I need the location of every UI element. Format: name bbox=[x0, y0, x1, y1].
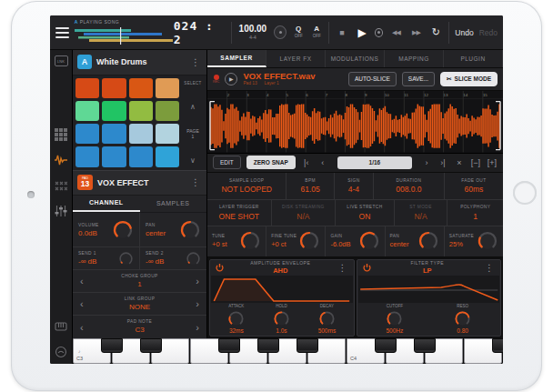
zoom-in-icon[interactable]: [+] bbox=[487, 158, 498, 167]
faders-view-icon[interactable] bbox=[55, 205, 67, 217]
delete-slice-icon[interactable]: × bbox=[454, 158, 465, 167]
pad-15[interactable] bbox=[129, 146, 153, 166]
knob-dial-icon[interactable] bbox=[454, 310, 471, 327]
sample-file-info[interactable]: VOX EFFECT.wav Pad 13Layer 1 bbox=[243, 72, 343, 86]
knob-dial-icon[interactable] bbox=[298, 230, 320, 252]
record-icon[interactable] bbox=[375, 28, 383, 37]
pad-1[interactable] bbox=[75, 78, 99, 98]
choke-next-icon[interactable]: › bbox=[196, 276, 199, 286]
song-overview[interactable]: A PLAYING SONG bbox=[75, 19, 168, 46]
pad-12[interactable] bbox=[156, 124, 179, 144]
info-layer-trigger[interactable]: LAYER TRIGGERONE SHOT bbox=[207, 200, 271, 225]
pad-16[interactable] bbox=[156, 146, 179, 166]
info-duration[interactable]: DURATION008.0.0 bbox=[373, 173, 444, 199]
link-mode-icon[interactable]: LNK bbox=[55, 55, 68, 66]
knob-hold[interactable]: HOLD 1.0s bbox=[273, 305, 290, 334]
quantize-toggle[interactable]: QOFF bbox=[292, 25, 305, 39]
pad-2[interactable] bbox=[102, 78, 126, 98]
knob-attack[interactable]: ATTACK 32ms bbox=[227, 305, 245, 334]
loop-icon[interactable]: ↻ bbox=[428, 26, 443, 38]
knob-dial-icon[interactable] bbox=[112, 219, 134, 241]
pad-3[interactable] bbox=[129, 78, 153, 98]
knob-dial-icon[interactable] bbox=[186, 251, 201, 266]
knob-dial-icon[interactable] bbox=[179, 219, 201, 241]
info-st-mode[interactable]: ST MODEN/A bbox=[394, 200, 447, 225]
knob-dial-icon[interactable] bbox=[417, 230, 439, 252]
sampler-view-icon[interactable] bbox=[55, 154, 67, 166]
select-label[interactable]: SELECT bbox=[184, 81, 201, 85]
envelope-menu-icon[interactable]: ⋮ bbox=[337, 263, 349, 273]
black-key-after-0[interactable] bbox=[101, 338, 124, 353]
envelope-graph[interactable] bbox=[211, 276, 353, 303]
tab-mapping[interactable]: MAPPING bbox=[385, 50, 444, 67]
automation-toggle[interactable]: AOFF bbox=[310, 25, 323, 39]
pad-note-selector[interactable]: ‹ PAD NOTEC3 › bbox=[73, 316, 206, 338]
knob-pan[interactable]: PANcenter bbox=[385, 226, 444, 256]
knob-tune[interactable]: TUNE+0 st bbox=[207, 226, 266, 256]
zoom-out-icon[interactable]: [−] bbox=[470, 158, 481, 167]
pads-view-icon[interactable] bbox=[55, 128, 67, 141]
mixer-view-icon[interactable] bbox=[55, 179, 67, 192]
black-key-after-1[interactable] bbox=[140, 338, 163, 353]
info-bpm[interactable]: BPM61.05 bbox=[286, 173, 334, 199]
position-display[interactable]: 024 : 2 bbox=[174, 19, 226, 46]
knob-fine-tune[interactable]: FINE TUNE+0 ct bbox=[266, 226, 325, 256]
knob-dial-icon[interactable] bbox=[118, 251, 134, 266]
next-slice-icon[interactable]: › bbox=[421, 158, 432, 167]
stop-icon[interactable]: ■ bbox=[335, 28, 349, 37]
panel-title[interactable]: AMPLITUDE ENVELOPE AHD bbox=[225, 261, 337, 275]
filter-menu-icon[interactable]: ⋮ bbox=[483, 263, 496, 273]
zero-snap-button[interactable]: ZERO SNAP bbox=[246, 156, 296, 169]
black-key-after-3[interactable] bbox=[218, 338, 241, 353]
panel-title[interactable]: FILTER TYPE LP bbox=[372, 261, 484, 275]
save-button[interactable]: SAVE... bbox=[402, 72, 435, 86]
black-key-after-4[interactable] bbox=[257, 338, 280, 353]
home-button[interactable] bbox=[513, 181, 537, 205]
black-key-after-10[interactable] bbox=[492, 338, 504, 353]
fast-forward-icon[interactable]: ▶▶ bbox=[408, 29, 423, 36]
pad-channel-header[interactable]: PAD13 VOX EFFECT ⋮ bbox=[73, 170, 206, 196]
pad-5[interactable] bbox=[75, 101, 99, 121]
link-group-selector[interactable]: ‹ LINK GROUPNONE › bbox=[73, 293, 206, 316]
knob-saturate[interactable]: SATURATE25% bbox=[444, 226, 503, 256]
keyboard-toggle-icon[interactable] bbox=[55, 320, 67, 333]
choke-group-selector[interactable]: ‹ CHOKE GROUP1 › bbox=[73, 270, 206, 293]
tab-modulations[interactable]: MODULATIONS bbox=[326, 50, 385, 67]
menu-icon[interactable] bbox=[55, 27, 69, 38]
pad-4[interactable] bbox=[156, 78, 179, 98]
edit-button[interactable]: EDIT bbox=[213, 156, 241, 169]
tab-channel[interactable]: CHANNEL bbox=[73, 196, 140, 213]
auto-slice-button[interactable]: AUTO-SLICE bbox=[348, 72, 397, 86]
info-fade-out[interactable]: FADE OUT60ms bbox=[444, 173, 503, 199]
redo-button[interactable]: Redo bbox=[479, 28, 498, 37]
pad-10[interactable] bbox=[102, 124, 126, 144]
tab-plugin[interactable]: PLUGIN bbox=[444, 50, 503, 67]
waveform-display[interactable]: 23456789101112131415 bbox=[207, 91, 503, 153]
knob-dial-icon[interactable] bbox=[227, 310, 245, 327]
grid-division-slider[interactable]: 1/16 bbox=[337, 156, 412, 169]
pad-14[interactable] bbox=[102, 146, 126, 166]
page-up-icon[interactable]: ∧ bbox=[190, 103, 196, 111]
tab-layer-fx[interactable]: LAYER FX bbox=[266, 50, 326, 67]
send1-knob[interactable]: SEND 1 -∞ dB bbox=[73, 247, 139, 269]
filter-graph[interactable] bbox=[358, 276, 500, 303]
pad-6[interactable] bbox=[102, 101, 126, 121]
note-next-icon[interactable]: › bbox=[196, 322, 199, 333]
knob-dial-icon[interactable] bbox=[386, 310, 403, 327]
link-next-icon[interactable]: › bbox=[196, 298, 199, 309]
metronome-button[interactable] bbox=[274, 25, 287, 39]
knob-decay[interactable]: DECAY 500ms bbox=[318, 305, 337, 334]
rewind-icon[interactable]: ◀◀ bbox=[388, 29, 403, 36]
bank-header[interactable]: A White Drums ⋮ bbox=[73, 50, 206, 75]
knob-dial-icon[interactable] bbox=[477, 230, 498, 252]
info-sign[interactable]: SIGN4-4 bbox=[334, 173, 373, 199]
black-key-after-5[interactable] bbox=[297, 338, 319, 353]
knob-gain[interactable]: GAIN-6.0dB bbox=[325, 226, 384, 256]
knob-dial-icon[interactable] bbox=[273, 310, 290, 327]
undo-button[interactable]: Undo bbox=[455, 28, 473, 37]
pan-knob[interactable]: PAN center bbox=[139, 213, 206, 246]
pad-8[interactable] bbox=[156, 101, 179, 121]
knob-dial-icon[interactable] bbox=[318, 310, 336, 327]
info-polyphony[interactable]: POLYPHONY1 bbox=[447, 200, 503, 225]
skip-start-icon[interactable]: |‹ bbox=[301, 158, 312, 167]
